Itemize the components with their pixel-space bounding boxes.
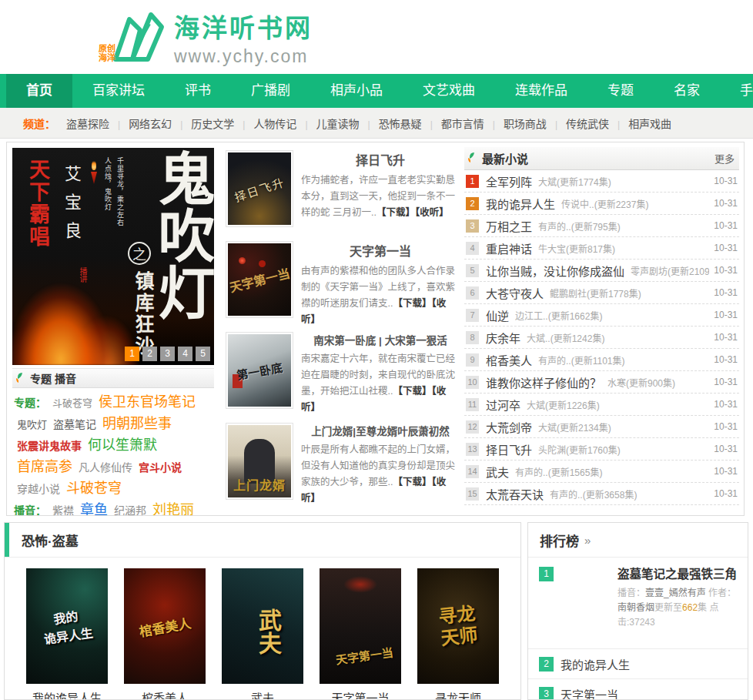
book-title-link[interactable]: 武夫 bbox=[222, 689, 303, 700]
book-title-link[interactable]: 万相之王 bbox=[486, 218, 532, 234]
book-title-link[interactable]: 过河卒 bbox=[486, 397, 520, 413]
featured-book-title[interactable]: 南宋第一卧底 | 大宋第一狠活 bbox=[301, 332, 460, 347]
featured-book-title[interactable]: 天字第一当 bbox=[301, 241, 460, 260]
book-cover[interactable]: 棺香美人 bbox=[124, 568, 206, 684]
channel-link[interactable]: 传统武侠 bbox=[547, 118, 609, 130]
topic-tag[interactable]: 首席高参 bbox=[17, 459, 72, 474]
nav-item[interactable]: 文艺戏曲 bbox=[403, 74, 495, 108]
hero-slider[interactable]: 天下霸唱 艾宝良 播讲 人点烛，鬼吹灯 千里寻龙，乘之左右 之 镇库狂沙 鬼吹灯… bbox=[12, 148, 214, 365]
download-link[interactable]: 【下载】 bbox=[376, 207, 415, 218]
book-title-link[interactable]: 棺香美人 bbox=[124, 689, 206, 700]
topic-tag[interactable]: 宫斗小说 bbox=[139, 461, 182, 474]
book-cover-thumb[interactable]: 第一卧底 bbox=[226, 332, 293, 409]
rank-number-badge: 2 bbox=[539, 657, 554, 672]
slider-page-button[interactable]: 2 bbox=[142, 347, 157, 361]
double-arrow-icon[interactable]: » bbox=[584, 534, 591, 547]
book-title-link[interactable]: 天字第一当 bbox=[320, 689, 401, 700]
book-title-link[interactable]: 让你当贼，没让你修成盗仙 bbox=[486, 263, 624, 279]
topic-tag[interactable]: 鬼吹灯 bbox=[17, 419, 47, 430]
book-title-link[interactable]: 天字第一当 bbox=[561, 686, 618, 700]
download-link[interactable]: 【下载】 bbox=[393, 386, 431, 397]
more-link[interactable]: 更多 bbox=[715, 151, 735, 166]
topic-tag[interactable]: 明朝那些事 bbox=[102, 416, 172, 431]
site-logo[interactable]: 原创 海洋 海洋听书网 www.ychy.com bbox=[105, 8, 313, 67]
topic-tag[interactable]: 紫襟 bbox=[52, 504, 74, 516]
slider-page-button[interactable]: 5 bbox=[196, 347, 210, 361]
channel-link[interactable]: 历史文学 bbox=[172, 118, 234, 130]
book-title-link[interactable]: 我的诡异人生 bbox=[26, 689, 108, 700]
slider-page-button[interactable]: 3 bbox=[160, 347, 175, 361]
topic-tag[interactable]: 章鱼 bbox=[80, 502, 108, 516]
topic-tag[interactable]: 张震讲鬼故事 bbox=[17, 440, 82, 452]
channel-link[interactable]: 职场商战 bbox=[484, 118, 547, 130]
nav-item[interactable]: 连载作品 bbox=[495, 74, 587, 108]
book-title-link[interactable]: 谁教你这样子修仙的？ bbox=[486, 374, 601, 390]
channel-link[interactable]: 相声戏曲 bbox=[609, 118, 671, 130]
nav-item[interactable]: 首页 bbox=[6, 74, 72, 108]
channel-link[interactable]: 网络玄幻 bbox=[109, 118, 172, 130]
book-cover[interactable]: 我的诡异人生 bbox=[26, 568, 108, 684]
featured-book-title[interactable]: 择日飞升 bbox=[301, 150, 460, 169]
topic-tag[interactable]: 穿越小说 bbox=[17, 483, 60, 495]
nav-item[interactable]: 专题 bbox=[587, 74, 654, 108]
book-title-link[interactable]: 大苍守夜人 bbox=[486, 285, 544, 301]
nav-item[interactable]: 手机版 bbox=[720, 74, 753, 108]
topic-tag[interactable]: 凡人修仙传 bbox=[79, 461, 132, 474]
book-cover[interactable]: 寻龙天师 bbox=[417, 568, 499, 684]
book-title-link[interactable]: 大荒剑帝 bbox=[486, 419, 532, 435]
channel-link[interactable]: 儿童读物 bbox=[296, 118, 359, 130]
book-title-link[interactable]: 武夫 bbox=[486, 464, 509, 480]
download-link[interactable]: 【下载】 bbox=[393, 298, 431, 309]
book-cover-thumb[interactable]: 上门龙婿 bbox=[226, 423, 293, 500]
update-date: 10-31 bbox=[714, 243, 738, 253]
book-cover-thumb[interactable]: 择日飞升 bbox=[226, 150, 293, 227]
latest-novels-panel: 最新小说 更多 1全军列阵大斌(更新1774集)10-312我的诡异人生传说中.… bbox=[464, 147, 739, 505]
book-title-link[interactable]: 庆余年 bbox=[486, 330, 520, 346]
nav-item[interactable]: 广播剧 bbox=[231, 74, 310, 108]
book-cover[interactable]: 武夫 bbox=[222, 568, 303, 684]
nav-item[interactable]: 名家 bbox=[654, 74, 720, 108]
rank-number-badge: 9 bbox=[466, 353, 479, 367]
topic-tag[interactable]: 斗破苍穹 bbox=[52, 397, 92, 409]
nav-item[interactable]: 百家讲坛 bbox=[72, 74, 165, 108]
topic-tag[interactable]: 纪涵邦 bbox=[114, 504, 146, 516]
featured-book-title[interactable]: 上门龙婿|至尊龙婿叶辰萧初然 bbox=[301, 423, 460, 438]
book-title-link[interactable]: 重启神话 bbox=[486, 240, 532, 256]
channel-link[interactable]: 恐怖悬疑 bbox=[360, 118, 422, 130]
ranking-row: 2我的诡异人生 bbox=[528, 648, 748, 678]
book-title-link[interactable]: 太荒吞天诀 bbox=[486, 486, 544, 502]
slider-page-button[interactable]: 4 bbox=[178, 347, 192, 361]
ranking-top-cover[interactable]: 1 盗墓笔记最强铁三角 bbox=[539, 567, 610, 641]
topic-tag[interactable]: 刘艳丽 bbox=[152, 502, 194, 516]
channel-link[interactable]: 人物传记 bbox=[234, 118, 296, 130]
rank-number-badge: 3 bbox=[466, 219, 479, 233]
ranking-top-book-title[interactable]: 盗墓笔记之最强铁三角 bbox=[617, 567, 741, 582]
featured-item: 天字第一当天字第一当由有声的紫襟和他的团队多人合作录制的《天字第一当》上线了，喜… bbox=[226, 241, 460, 321]
book-title-link[interactable]: 我的诡异人生 bbox=[561, 656, 630, 672]
download-link[interactable]: 【下载】 bbox=[393, 477, 431, 487]
book-cover[interactable]: 天字第一当 bbox=[320, 568, 401, 684]
book-title-link[interactable]: 我的诡异人生 bbox=[486, 196, 555, 212]
rank-number-badge: 15 bbox=[466, 487, 479, 501]
topic-tag[interactable]: 盗墓笔记 bbox=[53, 418, 96, 430]
horror-book-card: 天字第一当天字第一当 bbox=[320, 568, 401, 700]
book-title-link[interactable]: 仙逆 bbox=[486, 307, 509, 323]
latest-novels-title: 最新小说 bbox=[482, 150, 715, 166]
slider-page-button[interactable]: 1 bbox=[125, 347, 139, 361]
book-title-link[interactable]: 择日飞升 bbox=[486, 441, 532, 457]
book-title-link[interactable]: 寻龙天师 bbox=[417, 689, 499, 700]
listen-link[interactable]: 【收听】 bbox=[415, 207, 449, 218]
update-date: 10-31 bbox=[714, 421, 738, 432]
topic-tag[interactable]: 斗破苍穹 bbox=[66, 481, 122, 496]
featured-item-body: 南宋第一卧底 | 大宋第一狠活南宋嘉定十六年，就在南宋覆亡已经迫在眉睫的时刻，来… bbox=[301, 332, 460, 412]
nav-item[interactable]: 评书 bbox=[165, 74, 231, 108]
topic-tag[interactable]: 何以笙箫默 bbox=[88, 437, 157, 453]
topic-tag[interactable]: 侯卫东官场笔记 bbox=[99, 394, 196, 410]
book-cover-thumb[interactable]: 天字第一当 bbox=[226, 241, 293, 318]
channel-link[interactable]: 盗墓探险 bbox=[66, 118, 109, 130]
slider-cover-zhi: 之 bbox=[128, 242, 151, 265]
book-title-link[interactable]: 全军列阵 bbox=[486, 173, 532, 189]
channel-link[interactable]: 都市言情 bbox=[422, 118, 484, 130]
book-title-link[interactable]: 棺香美人 bbox=[486, 352, 532, 368]
nav-item[interactable]: 相声小品 bbox=[310, 74, 403, 108]
